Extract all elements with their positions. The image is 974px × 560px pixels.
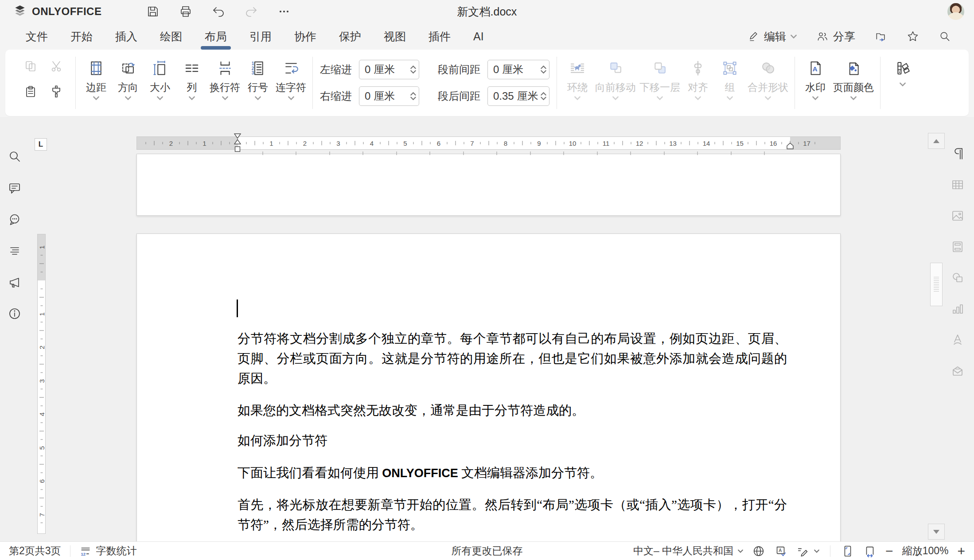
orientation-button[interactable]: 方向 [112, 50, 144, 116]
tab-layout[interactable]: 布局 [204, 27, 228, 47]
search-icon [8, 149, 22, 163]
find-replace-button[interactable] [6, 148, 23, 165]
language-selector[interactable]: 中文– 中华人民共和国 [633, 544, 743, 558]
breaks-button[interactable]: 换行符 [208, 50, 242, 116]
theme-colors-button[interactable] [885, 50, 920, 116]
spinner-arrows-icon[interactable] [541, 65, 546, 74]
paragraph[interactable]: 分节符将文档分割成多个独立的章节。每个章节都可以有自己的布局设置，例如页边距、页… [238, 329, 787, 389]
shape-settings-button[interactable] [949, 269, 966, 286]
paragraph[interactable]: 下面让我们看看如何使用 ONLYOFFICE 文档编辑器添加分节符。 [238, 463, 787, 483]
cut-button[interactable] [49, 59, 63, 73]
margins-button[interactable]: 边距 [80, 50, 112, 116]
horizontal-ruler[interactable]: 211234567891011121314151617 [136, 136, 841, 150]
tab-insert[interactable]: 插入 [114, 27, 138, 47]
tab-ai[interactable]: AI [472, 27, 485, 46]
ribbon-tabs: 文件 开始 插入 绘图 布局 引用 协作 保护 视图 插件 AI [25, 27, 485, 47]
scroll-up-button[interactable] [928, 133, 945, 149]
chevron-down-icon [657, 96, 663, 100]
scroll-down-button[interactable] [928, 524, 945, 540]
page-color-button[interactable]: 页面颜色 [831, 50, 876, 116]
chart-settings-button[interactable] [949, 300, 966, 317]
app-name: ONLYOFFICE [32, 5, 101, 18]
send-backward-button[interactable]: 下移一层 [638, 50, 682, 116]
zoom-out-button[interactable]: − [885, 544, 893, 558]
favorite-star-icon[interactable] [907, 30, 919, 43]
bring-forward-button[interactable]: 向前移动 [593, 50, 638, 116]
headings-button[interactable] [6, 242, 23, 259]
open-file-location-icon[interactable] [875, 30, 887, 43]
fit-page-icon[interactable] [841, 544, 854, 558]
align-button[interactable]: 对齐 [682, 50, 714, 116]
spinner-arrows-icon[interactable] [410, 91, 416, 101]
redo-button[interactable] [244, 4, 258, 19]
spinner-arrows-icon[interactable] [541, 91, 546, 101]
feedback-button[interactable] [6, 274, 23, 291]
tab-file[interactable]: 文件 [25, 27, 49, 47]
more-actions-button[interactable] [277, 4, 291, 19]
tab-references[interactable]: 引用 [249, 27, 273, 47]
hyphenation-button[interactable]: 连字符 [274, 50, 308, 116]
right-indent-input[interactable]: 0 厘米 [359, 86, 419, 106]
zoom-in-button[interactable]: + [957, 544, 965, 558]
chevron-down-icon [574, 96, 581, 100]
paragraph[interactable]: 首先，将光标放在想要新章节开始的位置。然后转到“布局”选项卡（或“插入”选项卡）… [238, 495, 787, 535]
about-button[interactable] [6, 305, 23, 322]
comments-button[interactable] [6, 179, 23, 196]
undo-button[interactable] [211, 4, 226, 19]
tab-draw[interactable]: 绘图 [159, 27, 183, 47]
text-wrap-icon [569, 60, 586, 77]
text-art-settings-button[interactable] [949, 331, 966, 348]
line-numbers-button[interactable]: 1 2 3 行号 [242, 50, 274, 116]
columns-button[interactable]: 列 [176, 50, 208, 116]
tab-protection[interactable]: 保护 [338, 27, 362, 47]
size-button[interactable]: 大小 [144, 50, 176, 116]
spinner-arrows-icon[interactable] [410, 65, 416, 74]
page-indicator[interactable]: 第2页共3页 [9, 544, 61, 558]
left-indent-input[interactable]: 0 厘米 [359, 60, 419, 79]
mail-merge-button[interactable] [949, 362, 966, 379]
group-button[interactable]: 组 [714, 50, 746, 116]
fit-width-icon[interactable] [863, 544, 877, 558]
tab-stop-selector[interactable]: L [35, 138, 47, 151]
page-1-bottom[interactable] [136, 154, 841, 216]
vertical-scrollbar-thumb[interactable] [930, 263, 943, 306]
document-language-icon[interactable] [752, 544, 765, 558]
format-painter-button[interactable] [49, 85, 63, 99]
line-numbers-icon: 1 2 3 [249, 60, 266, 77]
chat-button[interactable] [6, 211, 23, 228]
indent-markers[interactable] [234, 133, 241, 154]
right-indent-marker[interactable] [787, 143, 794, 150]
paste-button[interactable] [23, 85, 38, 99]
tab-home[interactable]: 开始 [70, 27, 94, 47]
copy-button[interactable] [23, 59, 38, 73]
spellcheck-icon[interactable]: A [774, 544, 787, 558]
paragraph-settings-button[interactable] [949, 145, 966, 162]
merge-shapes-button[interactable]: 合并形状 [746, 50, 790, 116]
space-after-input[interactable]: 0.35 厘米 [487, 86, 549, 106]
image-settings-button[interactable] [949, 207, 966, 224]
vertical-ruler[interactable]: 11234567 [37, 234, 46, 534]
tab-plugins[interactable]: 插件 [428, 27, 452, 47]
editing-mode-button[interactable]: 编辑 [747, 29, 797, 44]
print-button[interactable] [179, 4, 193, 19]
user-avatar[interactable] [947, 3, 964, 20]
chevron-down-icon [850, 96, 857, 100]
tab-collaboration[interactable]: 协作 [293, 27, 317, 47]
search-icon[interactable] [939, 30, 951, 43]
share-button[interactable]: 分享 [816, 29, 855, 44]
space-before-input[interactable]: 0 厘米 [487, 60, 549, 79]
paragraph[interactable]: 如果您的文档格式突然无故改变，通常是由于分节符造成的。 [238, 401, 787, 420]
tab-view[interactable]: 视图 [383, 27, 407, 47]
status-bar: 第2页共3页 12 字数统计 所有更改已保存 中文– 中华人民共和国 A [0, 541, 974, 560]
svg-text:1: 1 [252, 61, 254, 66]
document-text[interactable]: 分节符将文档分割成多个独立的章节。每个章节都可以有自己的布局设置，例如页边距、页… [238, 329, 787, 541]
header-footer-settings-button[interactable] [949, 238, 966, 255]
track-changes-button[interactable] [796, 544, 819, 558]
table-settings-button[interactable] [949, 176, 966, 193]
word-count-button[interactable]: 12 字数统计 [79, 544, 137, 558]
watermark-button[interactable]: A 水印 [799, 50, 831, 116]
paragraph[interactable]: 如何添加分节符 [238, 431, 787, 451]
wrap-text-button[interactable]: 环绕 [561, 50, 593, 116]
save-button[interactable] [146, 4, 160, 19]
zoom-level[interactable]: 縮放100% [902, 544, 949, 558]
